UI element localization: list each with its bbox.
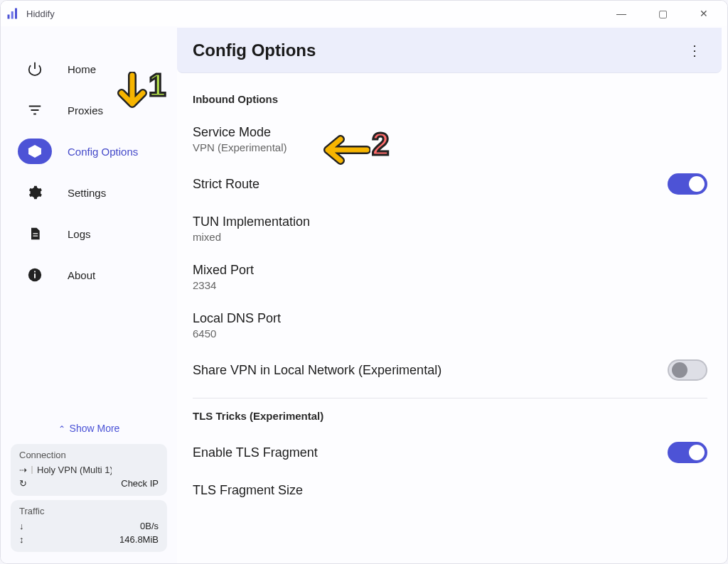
section-inbound-title: Inbound Options — [193, 93, 707, 105]
section-divider — [193, 398, 707, 398]
svg-rect-0 — [8, 15, 10, 19]
setting-local-dns-port[interactable]: Local DNS Port 6450 — [193, 301, 707, 349]
traffic-card[interactable]: Traffic ↓ 0B/s ↕ 146.8MiB — [11, 500, 167, 552]
setting-label: Enable TLS Fragment — [193, 445, 318, 460]
setting-mixed-port[interactable]: Mixed Port 2334 — [193, 253, 707, 301]
sidebar-item-label: Config Options — [68, 146, 138, 158]
setting-tun-implementation[interactable]: TUN Implementation mixed — [193, 205, 707, 253]
sidebar-item-logs[interactable]: Logs — [11, 218, 167, 249]
sidebar-item-label: Home — [68, 63, 96, 75]
updown-icon: ↕ — [19, 534, 24, 545]
check-ip-label[interactable]: Check IP — [121, 478, 159, 489]
traffic-title: Traffic — [19, 506, 159, 516]
app-title: Hiddify — [26, 9, 55, 19]
maximize-button[interactable]: ▢ — [652, 8, 673, 19]
svg-rect-6 — [33, 233, 38, 234]
sidebar-item-home[interactable]: Home — [11, 53, 167, 85]
svg-rect-1 — [11, 11, 14, 19]
toggle-strict-route[interactable] — [668, 173, 707, 195]
page-title: Config Options — [193, 40, 316, 60]
app-logo: Hiddify — [6, 7, 55, 20]
sidebar-item-label: Logs — [68, 228, 91, 240]
setting-value: 6450 — [193, 327, 281, 340]
setting-value: 2334 — [193, 279, 254, 291]
sidebar-item-label: Settings — [68, 187, 106, 199]
main-header: Config Options ⋮ — [177, 28, 722, 73]
setting-label: TUN Implementation — [193, 215, 310, 229]
gear-icon — [27, 185, 43, 200]
power-icon — [27, 61, 43, 77]
filter-icon — [27, 102, 43, 118]
setting-label: Strict Route — [193, 177, 259, 192]
toggle-tls-fragment[interactable] — [668, 442, 707, 463]
svg-rect-10 — [34, 271, 36, 273]
setting-value: VPN (Experimental) — [193, 141, 287, 153]
bars-icon — [6, 7, 19, 20]
svg-rect-2 — [15, 9, 17, 19]
setting-tls-fragment-size[interactable]: TLS Fragment Size — [193, 473, 707, 508]
sidebar-item-label: About — [68, 269, 95, 281]
refresh-icon: ↻ — [19, 478, 27, 489]
svg-rect-9 — [34, 273, 36, 278]
connection-title: Connection — [19, 450, 159, 460]
chevron-up-icon: ⌃ — [58, 424, 65, 434]
setting-label: Service Mode — [193, 125, 287, 140]
traffic-total: 146.8MiB — [119, 534, 159, 545]
sidebar-item-label: Proxies — [68, 104, 103, 116]
content-scroll[interactable]: Inbound Options Service Mode VPN (Experi… — [177, 73, 727, 563]
vpn-name: Holy VPN (Multi 1)... — [37, 465, 112, 475]
setting-label: TLS Fragment Size — [193, 483, 303, 498]
download-icon: ↓ — [19, 521, 24, 531]
setting-label: Share VPN in Local Network (Experimental… — [193, 363, 441, 378]
show-more-button[interactable]: ⌃Show More — [11, 417, 167, 440]
link-icon: ⇢ — [19, 465, 27, 475]
download-rate: 0B/s — [140, 521, 159, 531]
sidebar-item-config-options[interactable]: Config Options — [11, 136, 167, 167]
minimize-button[interactable]: — — [611, 8, 632, 19]
setting-enable-tls-fragment[interactable]: Enable TLS Fragment — [193, 432, 707, 473]
file-icon — [28, 226, 42, 242]
svg-rect-7 — [33, 236, 38, 237]
setting-share-vpn[interactable]: Share VPN in Local Network (Experimental… — [193, 349, 707, 391]
sidebar-item-about[interactable]: About — [11, 259, 167, 291]
main-panel: Config Options ⋮ Inbound Options Service… — [177, 26, 727, 563]
close-button[interactable]: ✕ — [693, 8, 714, 19]
show-more-label: Show More — [70, 423, 120, 434]
info-icon — [27, 267, 43, 283]
setting-label: Local DNS Port — [193, 311, 281, 326]
setting-value: mixed — [193, 231, 310, 243]
titlebar: Hiddify — ▢ ✕ — [1, 1, 727, 26]
sidebar: Home Proxies Config Options Settings Log… — [1, 26, 177, 563]
setting-strict-route[interactable]: Strict Route — [193, 163, 707, 205]
setting-service-mode[interactable]: Service Mode VPN (Experimental) — [193, 115, 707, 163]
sidebar-item-settings[interactable]: Settings — [11, 177, 167, 208]
toggle-share-vpn[interactable] — [668, 359, 707, 381]
flag-france-icon — [31, 466, 33, 474]
setting-label: Mixed Port — [193, 263, 254, 278]
connection-card[interactable]: Connection ⇢ Holy VPN (Multi 1)... ↻ Che… — [11, 444, 167, 496]
sidebar-item-proxies[interactable]: Proxies — [11, 94, 167, 126]
box-icon — [27, 143, 43, 159]
kebab-menu-icon[interactable]: ⋮ — [683, 38, 706, 63]
section-tls-title: TLS Tricks (Experimental) — [193, 410, 707, 422]
